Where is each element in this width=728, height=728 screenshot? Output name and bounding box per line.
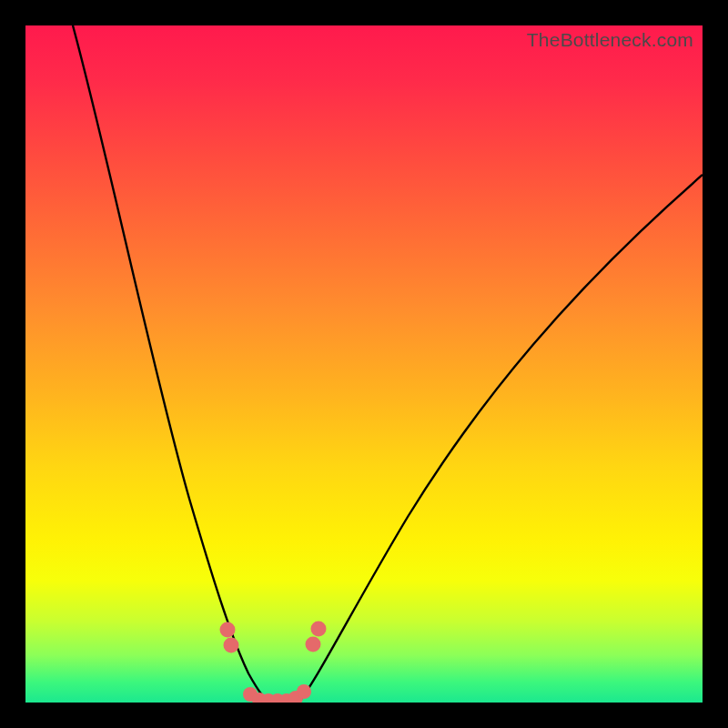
left-curve bbox=[73, 25, 269, 703]
plot-area: TheBottleneck.com bbox=[25, 25, 703, 703]
marker-dot bbox=[311, 622, 327, 637]
curve-layer bbox=[25, 25, 703, 703]
marker-dot bbox=[224, 638, 239, 653]
chart-frame: TheBottleneck.com bbox=[0, 0, 728, 728]
marker-dot bbox=[220, 622, 236, 638]
marker-dot bbox=[306, 637, 321, 652]
right-curve bbox=[298, 175, 703, 703]
marker-dot bbox=[297, 684, 311, 699]
